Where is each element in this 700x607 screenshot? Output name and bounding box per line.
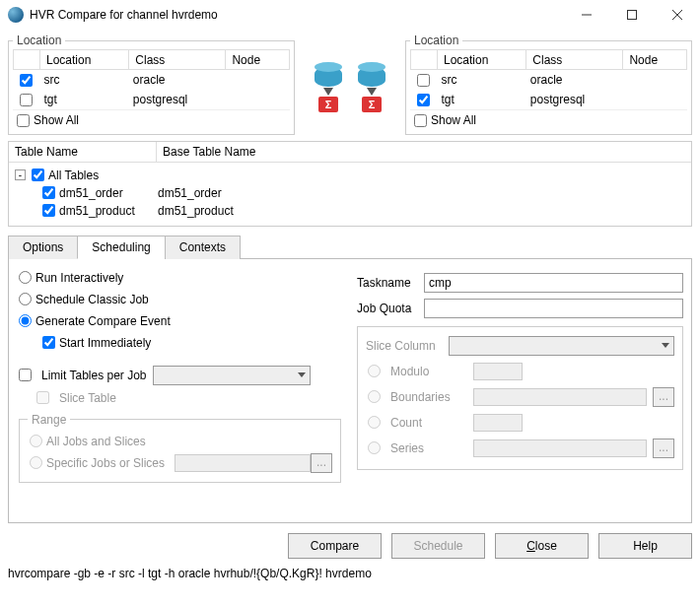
tab-scheduling[interactable]: Scheduling xyxy=(77,236,165,259)
cell-location: src xyxy=(438,70,526,90)
maximize-button[interactable] xyxy=(609,0,655,30)
tables-header-base[interactable]: Base Table Name xyxy=(157,142,262,162)
series-browse: ... xyxy=(653,438,674,458)
minimize-button[interactable] xyxy=(564,0,609,30)
table-row[interactable]: tgt postgresql xyxy=(411,90,687,109)
tree-checkbox[interactable] xyxy=(42,204,55,217)
tree-checkbox[interactable] xyxy=(32,169,44,181)
loc-checkbox[interactable] xyxy=(417,94,430,106)
col-location[interactable]: Location xyxy=(40,50,129,70)
label-count: Count xyxy=(390,416,467,430)
close-button[interactable]: Close xyxy=(495,533,589,559)
tree-checkbox[interactable] xyxy=(42,186,55,199)
table-name: dm51_order xyxy=(59,186,158,200)
label-job-quota: Job Quota xyxy=(357,302,418,315)
count-input xyxy=(473,414,523,432)
label-modulo: Modulo xyxy=(390,365,467,378)
app-icon xyxy=(8,7,24,23)
col-class[interactable]: Class xyxy=(129,50,226,70)
table-name: dm51_product xyxy=(59,204,158,218)
window-title: HVR Compare for channel hvrdemo xyxy=(30,8,564,22)
compare-button[interactable]: Compare xyxy=(288,533,382,559)
col-checkbox xyxy=(411,50,438,70)
modulo-input xyxy=(473,363,523,380)
boundaries-browse: ... xyxy=(653,387,674,407)
col-node[interactable]: Node xyxy=(623,50,687,70)
checkbox-limit-tables[interactable] xyxy=(19,369,32,381)
slice-column-combo xyxy=(449,336,674,356)
left-location-group: Location Location Class Node src oracle xyxy=(8,34,295,135)
tree-root[interactable]: - All Tables xyxy=(15,167,685,184)
label-specific-jobs: Specific Jobs or Slices xyxy=(46,456,175,470)
show-all-checkbox[interactable] xyxy=(17,114,30,127)
specific-jobs-browse: ... xyxy=(311,453,332,473)
right-location-group: Location Location Class Node src oracle xyxy=(405,34,692,135)
radio-boundaries xyxy=(368,390,381,403)
show-all-label: Show All xyxy=(431,113,476,127)
radio-count xyxy=(368,416,381,429)
boundaries-input xyxy=(473,388,647,406)
range-legend: Range xyxy=(28,413,70,427)
svg-rect-1 xyxy=(628,11,637,20)
col-node[interactable]: Node xyxy=(226,50,290,70)
loc-checkbox[interactable] xyxy=(417,74,430,87)
db-left-icon: Σ xyxy=(315,67,342,112)
label-limit-tables: Limit Tables per Job xyxy=(41,369,147,382)
radio-generate-event[interactable] xyxy=(19,314,32,327)
cell-class: oracle xyxy=(129,70,226,90)
series-input xyxy=(473,439,647,457)
limit-tables-combo[interactable] xyxy=(153,366,311,385)
checkbox-slice-table xyxy=(36,391,49,404)
cell-class: oracle xyxy=(526,70,623,90)
job-quota-input[interactable] xyxy=(424,299,683,318)
tree-root-label: All Tables xyxy=(48,169,99,182)
label-taskname: Taskname xyxy=(357,276,418,290)
tables-header-name[interactable]: Table Name xyxy=(9,142,157,162)
collapse-icon[interactable]: - xyxy=(15,169,26,180)
label-run-interactively: Run Interactively xyxy=(35,271,123,285)
tables-panel: Table Name Base Table Name - All Tables … xyxy=(8,141,692,227)
loc-checkbox[interactable] xyxy=(20,94,33,106)
table-row[interactable]: src oracle xyxy=(14,70,290,90)
left-location-legend: Location xyxy=(13,34,65,47)
tree-item[interactable]: dm51_product dm51_product xyxy=(40,202,685,220)
cell-node xyxy=(623,70,687,90)
help-button[interactable]: Help xyxy=(598,533,692,559)
base-table-name: dm51_product xyxy=(158,204,234,218)
label-series: Series xyxy=(390,441,467,455)
tab-contexts[interactable]: Contexts xyxy=(165,236,241,259)
label-start-immediately: Start Immediately xyxy=(59,336,151,350)
radio-run-interactively[interactable] xyxy=(19,271,32,284)
titlebar: HVR Compare for channel hvrdemo xyxy=(0,0,700,30)
loc-checkbox[interactable] xyxy=(20,74,33,87)
cell-node xyxy=(623,90,687,109)
cell-location: tgt xyxy=(438,90,526,109)
tab-options[interactable]: Options xyxy=(8,236,78,259)
tree-item[interactable]: dm51_order dm51_order xyxy=(40,184,685,202)
db-diagram: Σ Σ xyxy=(301,34,399,135)
radio-series xyxy=(368,441,381,454)
specific-jobs-input xyxy=(175,454,311,472)
label-boundaries: Boundaries xyxy=(390,390,467,404)
col-checkbox xyxy=(14,50,40,70)
cell-location: src xyxy=(40,70,129,90)
schedule-button: Schedule xyxy=(391,533,485,559)
radio-schedule-classic[interactable] xyxy=(19,293,32,305)
taskname-input[interactable] xyxy=(424,273,683,293)
base-table-name: dm51_order xyxy=(158,186,222,200)
close-window-button[interactable] xyxy=(655,0,700,30)
cell-class: postgresql xyxy=(526,90,623,109)
radio-modulo xyxy=(368,365,381,377)
table-row[interactable]: tgt postgresql xyxy=(14,90,290,109)
radio-all-jobs xyxy=(30,435,42,447)
left-location-table: Location Class Node src oracle tgt postg… xyxy=(13,49,290,109)
right-location-table: Location Class Node src oracle tgt postg… xyxy=(410,49,687,109)
checkbox-start-immediately[interactable] xyxy=(42,336,55,349)
col-class[interactable]: Class xyxy=(526,50,623,70)
chevron-down-icon xyxy=(298,372,306,377)
table-row[interactable]: src oracle xyxy=(411,70,687,90)
range-group: Range All Jobs and Slices Specific Jobs … xyxy=(19,413,341,483)
col-location[interactable]: Location xyxy=(438,50,526,70)
show-all-checkbox[interactable] xyxy=(414,114,427,127)
chevron-down-icon xyxy=(662,343,669,348)
